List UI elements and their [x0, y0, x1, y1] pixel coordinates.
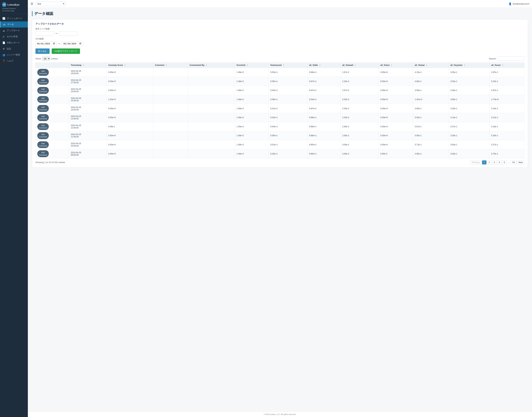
- table-controls: Show 10 25 50 entries Search:: [35, 57, 524, 61]
- table-row: Add Comment2024-04-25 09:00:000.00e+01.4…: [36, 149, 524, 158]
- add-comment-button[interactable]: Add Comment: [37, 87, 49, 94]
- add-comment-button[interactable]: Add Comment: [37, 69, 49, 76]
- col-comment[interactable]: Comment ⇕: [153, 63, 188, 68]
- anomaly-max-input[interactable]: [59, 31, 77, 36]
- cell-all_pct_user: 5.10e-1: [490, 104, 524, 113]
- cell-all_pct_nice: 0.00e+0: [379, 95, 413, 104]
- cell-timestamp: 2024-04-25 14:00:00: [69, 104, 106, 113]
- col-all-pct-nice[interactable]: all_%nice ⇕: [379, 63, 413, 68]
- pagination: Previous 1 2 3 4 5 ... 54 Next: [470, 160, 524, 165]
- cell-pct_memused: 5.01e+1: [268, 104, 307, 113]
- sidebar-item-data[interactable]: 🗃 データ: [0, 21, 28, 28]
- col-anomaly-score[interactable]: Anomaly Score ⇕: [106, 63, 153, 68]
- add-comment-button[interactable]: Add Comment: [37, 123, 49, 130]
- col-all-pct-system[interactable]: all_%system ⇕: [449, 63, 490, 68]
- sidebar-item-label: モデル学習: [7, 35, 18, 38]
- page-2-button[interactable]: 2: [487, 160, 491, 165]
- action-cell: Add Comment: [36, 122, 69, 131]
- add-comment-button[interactable]: Add Comment: [37, 150, 49, 157]
- col-timestamp[interactable]: Timestamp ⇕: [69, 63, 106, 68]
- data-card: アップロードされたデータ 異常スコア範囲 〜 日付範囲 〜: [32, 19, 528, 168]
- table-row: Add Comment2024-04-25 14:00:000.00e+01.4…: [36, 104, 524, 113]
- col-pct-memused[interactable]: %memused ⇕: [268, 63, 307, 68]
- cell-all_pct_iowait: 1.67e-2: [340, 68, 379, 77]
- add-comment-button[interactable]: Add Comment: [37, 96, 49, 103]
- cell-all_pct_steal: 4.93e-1: [413, 86, 449, 95]
- cell-comment: [153, 149, 188, 158]
- action-cell: Add Comment: [36, 113, 69, 122]
- cell-all_pct_nice: 0.00e+0: [379, 131, 413, 140]
- sidebar-item-dashboard[interactable]: 📈 ダッシュボード: [0, 15, 28, 21]
- cell-all_pct_system: 3.30e-1: [449, 104, 490, 113]
- user-icon: 👤: [509, 2, 512, 5]
- page-1-button[interactable]: 1: [482, 160, 487, 165]
- col-commented-by[interactable]: Commented By ⇕: [188, 63, 235, 68]
- page-3-button[interactable]: 3: [492, 160, 497, 165]
- cell-all_pct_nice: 0.00e+0: [379, 113, 413, 122]
- cell-comment: [153, 104, 188, 113]
- cell-all_pct_idle: 9.87e+1: [307, 86, 340, 95]
- cell-pct_memused: 5.04e+1: [268, 86, 307, 95]
- anomaly-min-input[interactable]: [35, 31, 54, 36]
- date-from-input[interactable]: [35, 41, 57, 46]
- action-cell: Add Comment: [36, 68, 69, 77]
- cell-all_pct_nice: 0.00e+0: [379, 68, 413, 77]
- table-row: Add Comment2024-04-25 18:00:000.00e+01.4…: [36, 68, 524, 77]
- prev-button[interactable]: Previous: [470, 160, 481, 165]
- cell-comment: [153, 68, 188, 77]
- cell-all_pct_iowait: 5.33e-2: [340, 95, 379, 104]
- sidebar-item-settings[interactable]: ⚙ 設定: [0, 46, 28, 52]
- next-button[interactable]: Next: [517, 160, 524, 165]
- cell-all_pct_system: 3.20e-1: [449, 86, 490, 95]
- sidebar-item-report[interactable]: 📄 分析レポート: [0, 40, 28, 46]
- col-all-pct-idle[interactable]: all_%idle ⇕: [307, 63, 340, 68]
- cell-all_pct_system: 3.13e-1: [449, 113, 490, 122]
- cell-timestamp: 2024-04-25 10:00:00: [69, 140, 106, 149]
- cell-all_pct_idle: 9.86e+1: [307, 131, 340, 140]
- download-button[interactable]: csv形式でダウンロード: [52, 48, 80, 54]
- filter-buttons: 絞り込む csv形式でダウンロード: [35, 48, 524, 54]
- cell-anomaly_score: 0.00e+0: [106, 131, 153, 140]
- add-comment-button[interactable]: Add Comment: [37, 141, 49, 148]
- project-select[interactable]: test: [36, 1, 66, 6]
- cell-comment: [153, 77, 188, 86]
- add-comment-button[interactable]: Add Comment: [37, 132, 49, 139]
- col-all-pct-steal[interactable]: all_%steal ⇕: [413, 63, 449, 68]
- sidebar-item-label: 設定: [7, 47, 11, 50]
- page-ellipsis: ...: [507, 161, 510, 164]
- sidebar-item-label: 分析レポート: [7, 41, 20, 44]
- cell-commented_by: [188, 122, 235, 131]
- cell-anomaly_score: 1.43e+0: [106, 95, 153, 104]
- sidebar-item-upload[interactable]: ☁ アップロード: [0, 28, 28, 34]
- add-comment-button[interactable]: Add Comment: [37, 114, 49, 121]
- col-all-pct-user[interactable]: all_%user ⇕: [490, 63, 524, 68]
- filter-button[interactable]: 絞り込む: [35, 48, 50, 54]
- cell-timestamp: 2024-04-25 17:00:00: [69, 77, 106, 86]
- page-54-button[interactable]: 54: [511, 160, 516, 165]
- cell-anomaly_score: 0.00e+0: [106, 68, 153, 77]
- col-pct-commit[interactable]: %commit ⇕: [235, 63, 268, 68]
- add-comment-button[interactable]: Add Comment: [37, 105, 49, 112]
- entries-select[interactable]: 10 25 50: [42, 57, 50, 61]
- report-icon: 📄: [2, 41, 5, 44]
- search-input[interactable]: [497, 57, 524, 61]
- sidebar-item-help[interactable]: ❓ ヘルプ: [0, 58, 28, 64]
- table-header-row: Timestamp ⇕ Anomaly Score ⇕ Comment ⇕ Co…: [36, 63, 524, 68]
- add-comment-button[interactable]: Add Comment: [37, 78, 49, 85]
- cell-comment: [153, 113, 188, 122]
- cell-timestamp: 2024-04-25 09:00:00: [69, 149, 106, 158]
- hamburger-icon[interactable]: ☰: [31, 2, 33, 6]
- cell-all_pct_idle: 9.54e+1: [307, 95, 340, 104]
- col-all-pct-iowait[interactable]: all_%iowait ⇕: [340, 63, 379, 68]
- cell-pct_memused: 5.05e+1: [268, 77, 307, 86]
- sidebar-item-label: メンバー管理: [7, 53, 20, 56]
- date-to-input[interactable]: [62, 41, 83, 46]
- date-range-filter: 日付範囲 〜: [35, 38, 524, 46]
- sidebar-item-members[interactable]: 👥 メンバー管理: [0, 52, 28, 58]
- data-icon: 🗃: [3, 23, 6, 26]
- page-5-button[interactable]: 5: [502, 160, 507, 165]
- sidebar-item-model[interactable]: 🎓 モデル学習: [0, 34, 28, 40]
- page-4-button[interactable]: 4: [497, 160, 502, 165]
- cell-comment: [153, 86, 188, 95]
- table-row: Add Comment2024-04-25 11:00:000.00e+01.4…: [36, 131, 524, 140]
